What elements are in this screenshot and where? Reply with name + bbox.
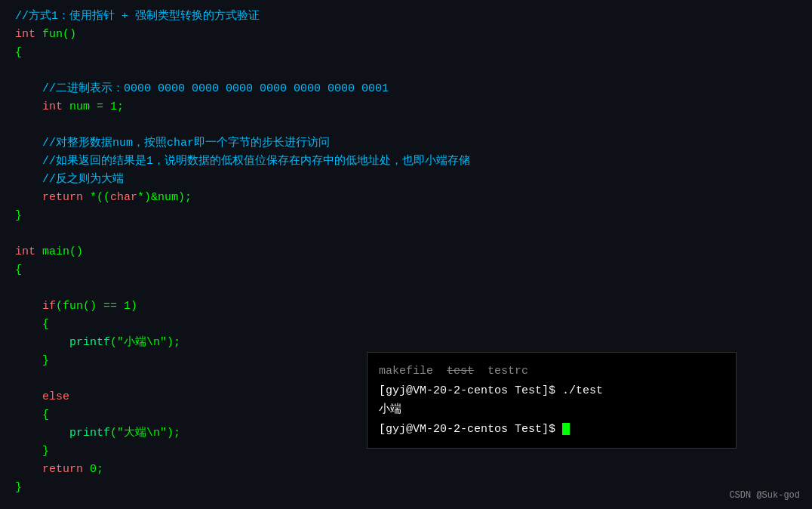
code-line-19: printf("小端\n"); bbox=[15, 334, 797, 352]
code-line-27: } bbox=[15, 479, 797, 497]
watermark: CSDN @Suk-god bbox=[729, 489, 800, 503]
code-line-18: { bbox=[15, 316, 797, 334]
code-line-8: //对整形数据num，按照char即一个字节的步长进行访问 bbox=[15, 134, 797, 153]
terminal-line-3: 小端 bbox=[379, 400, 724, 420]
code-line-1: //方式1：使用指针 + 强制类型转换的方式验证 bbox=[15, 8, 797, 26]
terminal-line-2: [gyj@VM-20-2-centos Test]$ ./test bbox=[379, 381, 724, 401]
code-line-16 bbox=[15, 279, 797, 298]
code-line-9: //如果返回的结果是1，说明数据的低权值位保存在内存中的低地址处，也即小端存储 bbox=[15, 153, 797, 171]
code-line-26: return 0; bbox=[15, 461, 797, 479]
terminal-line-1: makefile test testrc bbox=[379, 362, 724, 381]
code-line-11: return *((char*)&num); bbox=[15, 189, 797, 207]
code-line-13 bbox=[15, 225, 797, 243]
code-line-10: //反之则为大端 bbox=[15, 171, 797, 189]
code-editor: //方式1：使用指针 + 强制类型转换的方式验证 int fun() { //二… bbox=[0, 0, 812, 509]
code-line-14: int main() bbox=[15, 243, 797, 261]
code-line-17: if(fun() == 1) bbox=[15, 298, 797, 316]
code-line-12: } bbox=[15, 207, 797, 225]
terminal-line-4: [gyj@VM-20-2-centos Test]$ bbox=[379, 420, 724, 440]
code-line-6: int num = 1; bbox=[15, 98, 797, 116]
terminal-window: makefile test testrc [gyj@VM-20-2-centos… bbox=[367, 352, 737, 449]
code-line-7 bbox=[15, 116, 797, 134]
code-line-5: //二进制表示：0000 0000 0000 0000 0000 0000 00… bbox=[15, 80, 797, 98]
code-line-3: { bbox=[15, 44, 797, 62]
code-line-4 bbox=[15, 62, 797, 80]
code-line-15: { bbox=[15, 261, 797, 279]
code-line-2: int fun() bbox=[15, 26, 797, 44]
terminal-cursor bbox=[562, 423, 570, 435]
